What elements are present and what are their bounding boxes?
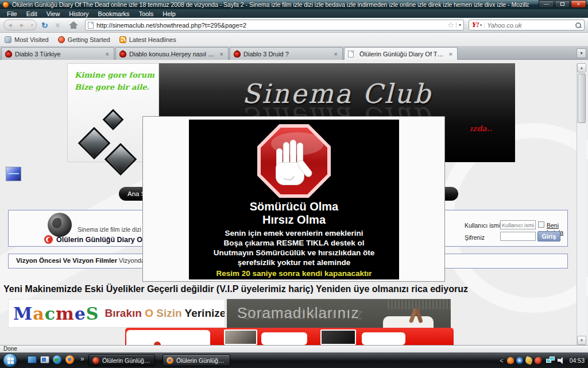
chevron-down-icon: ▾ [580,51,582,56]
tab-title: Diablo 3 Druid ? [243,51,330,57]
warning-popup[interactable]: Sömürücü Olma Hırsız Olma Senin için eme… [142,116,445,282]
hand-icon [276,139,312,186]
tray-a-icon[interactable]: a [516,357,523,364]
tab-olulerin-gunlugu-active[interactable]: Ölülerin Günlüğü Diary Of The De... × [344,47,458,60]
ad-card[interactable] [362,332,405,345]
macmes-ad-banner[interactable]: MacmeS Bırakın O Sizin Yerinize Konuşsun… [8,299,225,328]
username-field[interactable] [500,220,536,229]
menu-tools[interactable]: Tools [134,10,158,17]
taskbar-window-button-2[interactable]: Ölülerin Günlüğü Di... [163,354,230,366]
window-app-icon [92,357,99,364]
minimize-button[interactable]: — [539,0,554,8]
firefox-window-icon [167,357,173,364]
logo-letter: m [56,304,75,324]
vertical-scrollbar[interactable]: ▲ ▼ [577,63,586,345]
slogan-word: Bırakın [105,307,141,319]
announcement-heading: Yeni Makinemizde Eski Üyelikler Geçerli … [3,284,585,294]
login-button[interactable]: Giriş [537,231,560,241]
tray-red-icon[interactable] [535,357,541,364]
popup-body-line: şerefsizlik yoktur net aleminde [189,258,399,267]
google-earth-icon[interactable] [53,355,61,364]
ad-thumbnail[interactable] [224,329,257,345]
menu-bookmarks[interactable]: Bookmarks [94,10,134,17]
forward-button[interactable]: ► [19,22,25,28]
remember-me-checkbox[interactable] [538,221,544,228]
forum-section-title[interactable]: Vizyon Öncesi Ve Vizyon Filmler [16,257,117,264]
popup-black-panel[interactable]: Sömürücü Olma Hırsız Olma Senin için eme… [189,120,399,279]
ad-card[interactable] [261,332,307,345]
scrollbar-thumb[interactable] [578,74,586,123]
close-button[interactable]: × [571,0,586,8]
diamond-logo-icon [103,109,124,131]
history-dropdown-icon[interactable]: ▾ [31,23,33,28]
quicklaunch-overflow-chevron[interactable]: » [80,355,84,363]
system-tray: < a 04:53 [500,352,588,368]
diablo-favicon [234,51,241,57]
tab-close-icon[interactable]: × [219,51,225,57]
menu-help[interactable]: Help [158,10,180,17]
home-button[interactable] [69,21,78,29]
red-ad-strip[interactable] [125,328,454,345]
network-icon[interactable] [546,356,555,364]
diamond-logo-icon [78,127,111,160]
ad-thumbnail[interactable] [320,329,356,345]
url-input[interactable] [96,22,446,29]
photo-viewer-icon[interactable] [40,356,49,363]
site-favicon [88,22,94,29]
tab-close-icon[interactable]: × [105,51,110,57]
url-dropdown-icon[interactable]: ▾ [456,22,461,28]
tab-close-icon[interactable]: × [448,51,454,57]
bookmark-star-icon[interactable]: ☆ [447,21,454,29]
show-desktop-icon[interactable] [28,356,37,363]
menu-view[interactable]: View [42,10,65,17]
taskbar-window-button-1[interactable]: Ölülerin Günlüğü Di... [88,354,155,366]
firefox-app-icon [2,1,9,8]
tray-brush-icon[interactable] [524,356,533,365]
scroll-down-icon: ▼ [580,339,583,342]
menu-file[interactable]: File [2,10,22,17]
taskbar-button-label: Ölülerin Günlüğü Di... [176,357,226,364]
soramadiklariniz-text: Soramadıklarınız [237,304,359,322]
scroll-up-button[interactable]: ▲ [577,63,586,72]
window-controls: — × [539,0,586,8]
ad-card[interactable] [126,330,210,345]
firefox-quicklaunch-icon[interactable] [65,355,74,364]
search-icon[interactable] [575,22,582,29]
tab-close-icon[interactable]: × [333,51,339,57]
yahoo-search-icon[interactable]: Y! [471,21,479,29]
search-engine-dropdown-icon[interactable]: ▾ [480,23,485,28]
refresh-button[interactable]: ↻ [41,21,48,30]
popup-title-line1: Sömürücü Olma [189,200,399,213]
logo-letter: c [45,304,56,324]
menu-history[interactable]: History [64,10,93,17]
bookmark-latest-headlines[interactable]: Latest Headlines [119,36,176,43]
tab-title: Diablo 3 Türkiye [15,51,102,57]
tab-diablo-3-turkiye[interactable]: Diablo 3 Türkiye × [1,47,114,60]
bookmark-most-visited[interactable]: Most Visited [5,36,49,43]
popup-body-line: Boşa çıkarma RESME TIKLA destek ol [189,239,399,247]
start-button[interactable] [3,353,17,367]
rss-feed-icon [119,36,126,43]
password-field[interactable] [500,232,536,241]
status-bar: Done [0,345,588,352]
status-text: Done [3,346,17,352]
volume-icon[interactable] [558,356,566,364]
close-icon: × [577,2,580,7]
menu-edit[interactable]: Edit [22,10,42,17]
tab-diablo-3-druid[interactable]: Diablo 3 Druid ? × [230,47,343,60]
tray-collapse-chevron[interactable]: < [500,357,503,364]
stop-button[interactable]: × [55,20,60,30]
bed-image [383,316,434,328]
stop-sign-inner [261,128,327,194]
tab-diablo-konusu[interactable]: Diablo konusu.Herşey nasıl başladı? × [115,47,229,60]
tab-bar: Diablo 3 Türkiye × Diablo konusu.Herşey … [0,47,588,60]
back-button[interactable]: ◄ [7,22,13,28]
soramadiklariniz-ad-banner[interactable]: Soramadıklarınız [227,299,451,328]
list-all-tabs-button[interactable]: ▾ [577,48,586,58]
small-image-thumbnail[interactable] [6,167,21,181]
scroll-down-button[interactable]: ▼ [577,336,586,345]
search-input[interactable] [487,22,575,29]
restore-button[interactable] [555,0,570,8]
bookmark-getting-started[interactable]: Getting Started [58,36,110,43]
tray-animal-icon[interactable] [507,357,514,364]
